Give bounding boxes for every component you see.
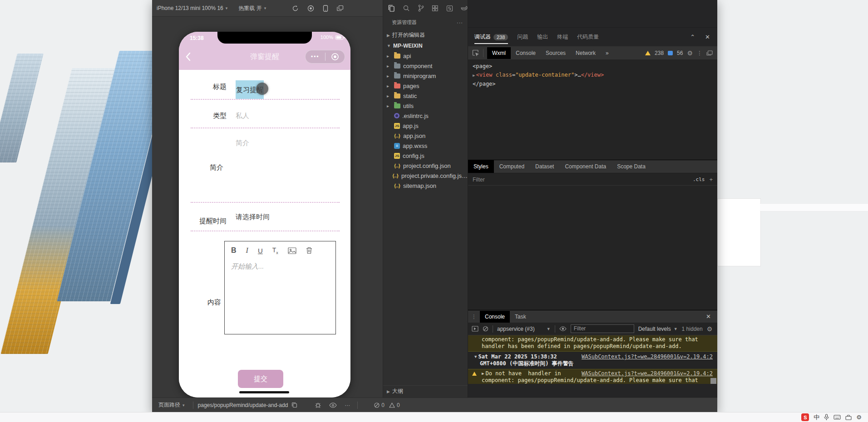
console-filter-input[interactable]: Filter <box>571 324 634 333</box>
italic-icon[interactable]: I <box>246 246 248 255</box>
extensions-icon[interactable] <box>432 5 439 12</box>
wxml-line[interactable]: <page> <box>473 62 717 71</box>
page-path-label[interactable]: 页面路径 <box>158 401 180 409</box>
snippets-icon[interactable] <box>446 5 453 12</box>
close-icon[interactable]: ✕ <box>705 34 710 40</box>
sogou-ime-icon[interactable]: S <box>801 413 809 421</box>
tab-styles[interactable]: Styles <box>468 160 494 173</box>
console-group-row[interactable]: ▼ Sat Mar 22 2025 15:38:32 WASubContext.… <box>468 352 717 369</box>
bold-icon[interactable]: B <box>231 246 237 255</box>
microphone-icon[interactable] <box>824 414 829 421</box>
time-picker[interactable]: 请选择时间 <box>236 213 270 221</box>
tab-problems[interactable]: 问题 <box>517 33 528 41</box>
console-warning-row[interactable]: ▶ Do not have handler in WASubContext.js… <box>468 369 717 384</box>
console-sidebar-icon[interactable] <box>472 326 478 332</box>
tab-console-panel[interactable]: Console <box>480 311 510 323</box>
source-link[interactable]: WASubContext.js?t=we…28496001&v=2.19.4:2 <box>582 353 713 360</box>
windows-layout-icon[interactable] <box>337 5 344 11</box>
eye-icon[interactable] <box>329 402 337 408</box>
keyboard-icon[interactable] <box>833 415 841 420</box>
tab-output[interactable]: 输出 <box>537 33 548 41</box>
tab-computed[interactable]: Computed <box>494 160 530 173</box>
tab-debugger[interactable]: 调试器 238 <box>474 33 508 44</box>
tree-item-app-wxss[interactable]: app.wxss <box>383 141 468 151</box>
device-selector[interactable]: iPhone 12/13 mini 100% 16 ▾ <box>157 5 227 11</box>
chevron-down-icon[interactable]: ▼ <box>474 353 477 360</box>
tree-item-eslintrc[interactable]: .eslintrc.js <box>383 111 468 121</box>
tab-component-data[interactable]: Component Data <box>559 160 612 173</box>
debug-icon[interactable] <box>315 402 321 408</box>
more-icon[interactable]: ··· <box>345 402 350 408</box>
tree-item-project-private-config[interactable]: project.private.config.js… <box>383 171 468 181</box>
resize-handle[interactable] <box>710 378 716 384</box>
tab-sources[interactable]: Sources <box>541 47 571 59</box>
tree-item-app-js[interactable]: app.js <box>383 121 468 131</box>
git-branch-icon[interactable] <box>418 5 424 12</box>
context-selector[interactable]: appservice (#3) ▼ <box>497 326 551 332</box>
tree-item-config-js[interactable]: config.js <box>383 151 468 161</box>
files-icon[interactable] <box>388 5 395 12</box>
type-input[interactable]: 私人 <box>236 112 249 120</box>
desc-textarea[interactable]: 简介 <box>236 139 249 147</box>
wxml-line[interactable]: </page> <box>473 80 717 88</box>
gear-icon[interactable]: ⚙ <box>707 325 713 333</box>
close-console-icon[interactable]: ✕ <box>706 313 717 320</box>
trash-icon[interactable] <box>306 247 312 254</box>
chevron-right-icon[interactable]: ▶ <box>473 73 475 78</box>
open-editors-section[interactable]: ▶ 打开的编辑器 <box>383 29 468 41</box>
message-total[interactable]: 56 <box>677 50 683 56</box>
tab-dataset[interactable]: Dataset <box>530 160 559 173</box>
warning-total[interactable]: 238 <box>655 50 664 56</box>
project-root[interactable]: ▼ MP-WEIXIN <box>383 41 468 51</box>
tab-wxml[interactable]: Wxml <box>487 47 511 59</box>
more-menu-button[interactable]: ••• <box>306 50 325 63</box>
source-link[interactable]: WASubContext.js?t=we…28496001&v=2.19.4:2 <box>582 370 713 377</box>
tree-item-miniprogram[interactable]: ▸miniprogram <box>383 71 468 81</box>
tree-item-app-json[interactable]: app.json <box>383 131 468 141</box>
chevron-right-icon[interactable]: ▶ <box>482 370 484 377</box>
tab-network[interactable]: Network <box>571 47 601 59</box>
gear-icon[interactable]: ⚙ <box>687 49 693 57</box>
more-tabs-icon[interactable]: » <box>601 47 614 59</box>
underline-icon[interactable]: U <box>258 247 263 255</box>
kebab-menu-icon[interactable]: ⋮ <box>697 50 702 56</box>
console-warning-tail[interactable]: component: pages/popupRemind/update-and-… <box>468 335 717 352</box>
toolbox-icon[interactable] <box>845 415 852 420</box>
hot-reload-toggle[interactable]: 热重载 开 ▾ <box>238 5 266 12</box>
tab-task[interactable]: Task <box>510 311 531 323</box>
wxml-line[interactable]: ▶<view class="update-container">…</view> <box>473 71 717 80</box>
insert-image-icon[interactable] <box>288 247 296 254</box>
inspect-element-icon[interactable] <box>468 49 483 56</box>
error-count[interactable]: 0 <box>374 402 385 408</box>
ime-language-toggle[interactable]: 中 <box>814 413 819 422</box>
eye-icon[interactable] <box>559 326 567 331</box>
refresh-icon[interactable] <box>292 5 299 12</box>
tree-item-pages[interactable]: ▸pages <box>383 81 468 91</box>
tree-item-project-config[interactable]: project.config.json <box>383 161 468 171</box>
tree-item-api[interactable]: ▸api <box>383 51 468 61</box>
tab-console[interactable]: Console <box>511 47 541 59</box>
dock-side-icon[interactable] <box>706 50 713 56</box>
tab-scope-data[interactable]: Scope Data <box>612 160 651 173</box>
clear-format-icon[interactable]: Tx <box>272 246 278 255</box>
clear-console-icon[interactable] <box>483 326 488 332</box>
cls-toggle[interactable]: .cls <box>693 177 705 182</box>
outline-section[interactable]: ▶ 大纲 <box>383 385 468 397</box>
gear-icon[interactable]: ⚙ <box>856 414 862 421</box>
styles-filter-input[interactable]: Filter <box>473 177 485 183</box>
warning-count[interactable]: 0 <box>389 402 400 408</box>
explorer-more-icon[interactable]: ··· <box>457 20 463 25</box>
kebab-menu-icon[interactable]: ⋮ <box>468 314 480 320</box>
search-icon[interactable] <box>403 5 410 12</box>
add-style-icon[interactable]: + <box>709 176 713 183</box>
collapse-icon[interactable]: ⌃ <box>690 34 695 40</box>
tree-item-static[interactable]: ▸static <box>383 91 468 101</box>
tree-item-sitemap[interactable]: sitemap.json <box>383 181 468 191</box>
submit-button[interactable]: 提交 <box>238 370 283 388</box>
levels-selector[interactable]: Default levels ▼ <box>638 326 678 332</box>
tree-item-component[interactable]: ▸component <box>383 61 468 71</box>
rich-text-editor[interactable]: B I U Tx 开始输入... <box>224 241 336 334</box>
copy-path-icon[interactable] <box>291 402 297 408</box>
tree-item-utils[interactable]: ▸utils <box>383 101 468 111</box>
record-icon[interactable] <box>307 5 314 12</box>
